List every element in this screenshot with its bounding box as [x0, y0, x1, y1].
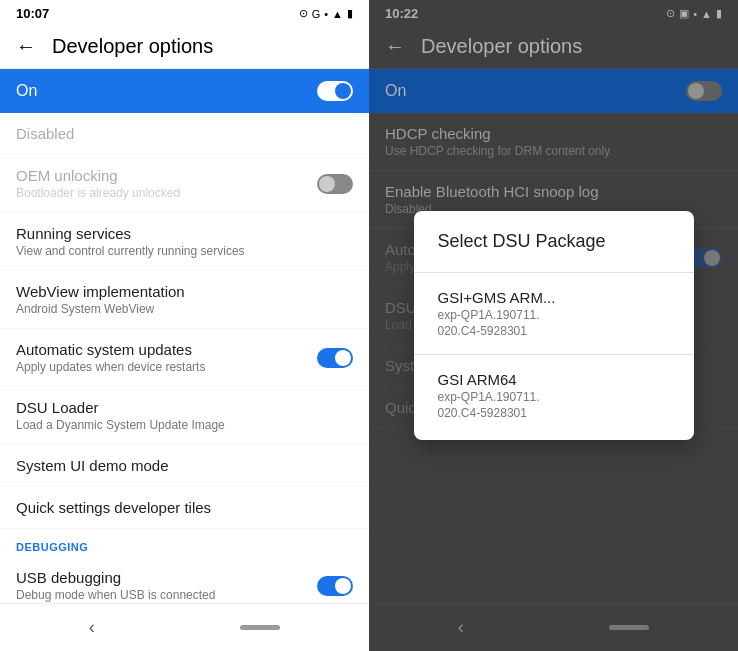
auto-update-toggle[interactable] [317, 348, 353, 368]
item-subtitle: Apply updates when device restarts [16, 360, 317, 374]
dialog-item-subtitle3: exp-QP1A.190711. [438, 390, 670, 404]
item-subtitle: Debug mode when USB is connected [16, 588, 317, 602]
usb-debug-toggle[interactable] [317, 576, 353, 596]
left-status-bar: 10:07 ⊙ G • ▲ ▮ [0, 0, 369, 25]
dialog-item-subtitle: exp-QP1A.190711. [438, 308, 670, 322]
dialog-item-subtitle4: 020.C4-5928301 [438, 406, 670, 420]
left-page-title: Developer options [52, 35, 213, 58]
list-item[interactable]: USB debugging Debug mode when USB is con… [0, 557, 369, 603]
item-title: Quick settings developer tiles [16, 499, 353, 516]
list-item[interactable]: Automatic system updates Apply updates w… [0, 329, 369, 387]
dot-icon: • [324, 8, 328, 20]
list-item[interactable]: System UI demo mode [0, 445, 369, 487]
item-subtitle: Load a Dyanmic System Update Image [16, 418, 353, 432]
left-back-nav[interactable]: ‹ [89, 617, 95, 638]
dialog-item-title2: GSI ARM64 [438, 371, 670, 388]
item-title: USB debugging [16, 569, 317, 586]
dialog-overlay[interactable]: Select DSU Package GSI+GMS ARM... exp-QP… [369, 0, 738, 651]
dialog-item-title: GSI+GMS ARM... [438, 289, 670, 306]
dialog-item-subtitle2: 020.C4-5928301 [438, 324, 670, 338]
dialog-title: Select DSU Package [414, 231, 694, 268]
dialog-divider2 [414, 354, 694, 355]
list-item[interactable]: Disabled [0, 113, 369, 155]
item-title: OEM unlocking [16, 167, 317, 184]
item-title: Automatic system updates [16, 341, 317, 358]
left-status-icons: ⊙ G • ▲ ▮ [299, 7, 353, 20]
dialog-item-gsi-arm64[interactable]: GSI ARM64 exp-QP1A.190711. 020.C4-592830… [414, 359, 694, 432]
item-title: Disabled [16, 125, 353, 142]
dialog-divider [414, 272, 694, 273]
left-home-nav[interactable] [240, 625, 280, 630]
item-subtitle: View and control currently running servi… [16, 244, 353, 258]
left-back-button[interactable]: ← [16, 35, 36, 58]
dialog-item-gsi-gms[interactable]: GSI+GMS ARM... exp-QP1A.190711. 020.C4-5… [414, 277, 694, 350]
list-item[interactable]: DSU Loader Load a Dyanmic System Update … [0, 387, 369, 445]
left-developer-toggle[interactable] [317, 81, 353, 101]
item-subtitle: Android System WebView [16, 302, 353, 316]
item-title: DSU Loader [16, 399, 353, 416]
list-item[interactable]: WebView implementation Android System We… [0, 271, 369, 329]
wifi-signal-icon: ▲ [332, 8, 343, 20]
item-title: Running services [16, 225, 353, 242]
battery-icon: ▮ [347, 7, 353, 20]
google-icon: ⊙ [299, 7, 308, 20]
list-item[interactable]: Quick settings developer tiles [0, 487, 369, 529]
item-title: System UI demo mode [16, 457, 353, 474]
select-dsu-dialog: Select DSU Package GSI+GMS ARM... exp-QP… [414, 211, 694, 440]
left-nav-bar: ‹ [0, 603, 369, 651]
left-settings-list: Disabled OEM unlocking Bootloader is alr… [0, 113, 369, 603]
left-top-bar: ← Developer options [0, 25, 369, 69]
right-phone: 10:22 ⊙ ▣ • ▲ ▮ ← Developer options On H… [369, 0, 738, 651]
left-time: 10:07 [16, 6, 49, 21]
item-subtitle: Bootloader is already unlocked [16, 186, 317, 200]
left-on-label: On [16, 82, 37, 100]
google-g-icon: G [312, 8, 321, 20]
list-item[interactable]: Running services View and control curren… [0, 213, 369, 271]
oem-unlocking-toggle[interactable] [317, 174, 353, 194]
left-on-bar: On [0, 69, 369, 113]
debugging-section-header: DEBUGGING [0, 529, 369, 557]
left-phone: 10:07 ⊙ G • ▲ ▮ ← Developer options On D… [0, 0, 369, 651]
list-item[interactable]: OEM unlocking Bootloader is already unlo… [0, 155, 369, 213]
item-title: WebView implementation [16, 283, 353, 300]
